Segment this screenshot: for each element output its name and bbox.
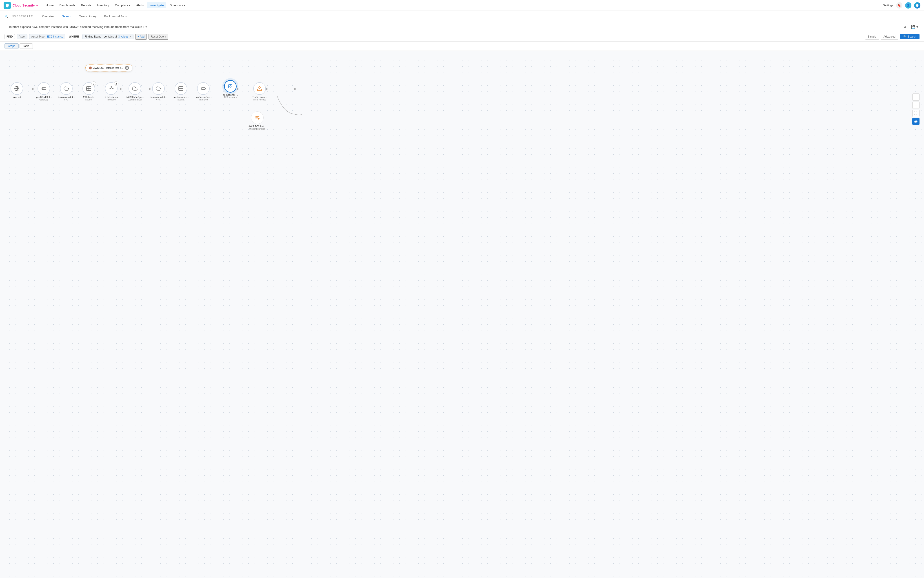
node-internet-circle[interactable] <box>11 82 23 95</box>
node-igw-label: igw-08bd9fbf... <box>36 96 52 98</box>
undo-button[interactable]: ↺ <box>902 24 908 29</box>
bookmark-button[interactable]: 🔖 <box>896 2 903 8</box>
tooltip-aws-icon: 🟤 <box>89 67 92 70</box>
node-subnets-circle[interactable]: 2 <box>83 82 95 95</box>
filter-bar: FIND Asset Asset Type : EC2 Instance WHE… <box>0 32 924 42</box>
finding-name-filter[interactable]: Finding Name contains all 3 values × <box>83 34 133 39</box>
brand-dropdown-arrow: ▾ <box>36 3 38 7</box>
nav-item-investigate[interactable]: Investigate <box>147 2 167 8</box>
settings-link[interactable]: Settings <box>883 3 893 7</box>
asset-chip[interactable]: Asset <box>17 34 28 39</box>
tab-search[interactable]: Search <box>58 13 75 20</box>
brand-label: Cloud Security <box>13 3 35 7</box>
brand-dropdown[interactable]: Cloud Security ▾ <box>13 3 38 7</box>
asset-type-chip[interactable]: Asset Type : EC2 Instance <box>29 34 65 39</box>
top-navigation: Cloud Security ▾ Home Dashboards Reports… <box>0 0 924 11</box>
nav-item-reports[interactable]: Reports <box>78 2 94 8</box>
node-finding[interactable]: AWS EC2 inst... Misconfiguration <box>247 112 267 130</box>
node-traffic[interactable]: Traffic from... Initial Access <box>250 82 270 101</box>
search-button[interactable]: 🔍 Search <box>900 34 919 39</box>
node-lb-label: b4299fa3e3gc... <box>126 96 144 98</box>
node-ec2[interactable]: pc-national-... EC2 Instance <box>220 80 240 99</box>
node-vpc2-circle[interactable] <box>152 82 165 95</box>
node-eni[interactable]: eni-0eede0ee... Interface <box>193 82 214 101</box>
node-vpc2-sublabel: VPC <box>156 98 161 101</box>
node-public-sub-circle[interactable] <box>175 82 187 95</box>
node-ec2-sublabel: EC2 Instance <box>224 96 237 99</box>
node-interfaces-circle[interactable]: 2 <box>105 82 118 95</box>
prisma-icon-button[interactable] <box>914 2 921 8</box>
svg-point-21 <box>111 86 112 88</box>
nav-item-governance[interactable]: Governance <box>167 2 188 8</box>
node-internet[interactable]: Internet <box>7 82 27 98</box>
graph-tooltip[interactable]: 🟤 AWS EC2 instance that is... 11 <box>85 64 132 71</box>
tab-overview[interactable]: Overview <box>39 13 58 20</box>
node-vpc2[interactable]: demo-foundat... VPC <box>148 82 169 101</box>
nav-items: Home Dashboards Reports Inventory Compli… <box>43 2 883 8</box>
node-finding-circle[interactable] <box>251 112 264 124</box>
node-vpc1-circle[interactable] <box>60 82 73 95</box>
contains-all-label <box>102 35 103 38</box>
svg-point-31 <box>230 86 231 87</box>
node-traffic-circle[interactable] <box>253 82 266 95</box>
bookmark-icon: 🔖 <box>898 3 901 7</box>
asset-type-colon: : <box>45 35 46 38</box>
svg-point-20 <box>109 88 110 89</box>
graph-view-button[interactable]: Graph <box>5 43 19 49</box>
node-igw-circle[interactable] <box>37 82 50 95</box>
zoom-controls: + − ⛶ ◉ <box>912 94 919 125</box>
node-vpc1[interactable]: demo-foundat... VPC <box>56 82 76 101</box>
tab-background-jobs[interactable]: Background Jobs <box>101 13 130 20</box>
investigate-search-icon: 🔍 <box>5 15 8 18</box>
save-button[interactable]: 💾 ▾ <box>909 24 919 29</box>
node-ec2-circle[interactable] <box>224 80 237 93</box>
advanced-mode-button[interactable]: Advanced <box>881 34 898 39</box>
node-subnets[interactable]: 2 2 Subnets Subnet <box>79 82 99 101</box>
node-vpc2-label: demo-foundat... <box>150 96 167 98</box>
zoom-out-button[interactable]: − <box>912 102 919 109</box>
asset-type-label: Asset Type <box>31 35 44 38</box>
node-interfaces-sublabel: Interface <box>107 98 116 101</box>
clear-filter-button[interactable]: × <box>130 35 131 39</box>
node-lb[interactable]: b4299fa3e3gc... Load Balancer <box>125 82 145 101</box>
zoom-in-button[interactable]: + <box>912 94 919 101</box>
nav-item-home[interactable]: Home <box>43 2 57 8</box>
asset-type-value: EC2 Instance <box>47 35 63 38</box>
node-public-sub-sublabel: Subnet <box>177 98 185 101</box>
center-button[interactable]: ◉ <box>912 118 919 125</box>
fit-screen-button[interactable]: ⛶ <box>912 110 919 117</box>
node-interfaces[interactable]: 2 2 Interfaces Interface <box>101 82 122 101</box>
node-lb-circle[interactable] <box>128 82 141 95</box>
sub-navigation: 🔍 INVESTIGATE Overview Search Query Libr… <box>0 11 924 22</box>
nav-item-compliance[interactable]: Compliance <box>112 2 133 8</box>
node-eni-sublabel: Interface <box>199 98 208 101</box>
query-actions: ↺ 💾 ▾ <box>902 24 919 29</box>
nav-item-alerts[interactable]: Alerts <box>133 2 146 8</box>
node-vpc1-label: demo-foundat... <box>58 96 75 98</box>
search-icon: 🔍 <box>903 35 907 38</box>
find-label: FIND <box>5 34 15 39</box>
tooltip-text: AWS EC2 instance that is... <box>93 67 123 69</box>
reset-query-button[interactable]: Reset Query <box>149 34 168 39</box>
node-traffic-label: Traffic from... <box>252 96 267 98</box>
tooltip-count: 11 <box>125 66 129 70</box>
tab-query-library[interactable]: Query Library <box>75 13 100 20</box>
user-avatar[interactable]: 👤 <box>905 2 911 8</box>
node-igw[interactable]: igw-08bd9fbf... Gateway <box>34 82 54 101</box>
table-view-button[interactable]: Table <box>19 43 33 49</box>
add-filter-button[interactable]: + Add <box>135 34 147 39</box>
node-eni-circle[interactable] <box>197 82 210 95</box>
app-logo[interactable] <box>3 2 11 9</box>
node-interfaces-badge: 2 <box>114 81 118 86</box>
node-public-sub[interactable]: public-subne... Subnet <box>171 82 191 101</box>
node-eni-label: eni-0eede0ee... <box>195 96 212 98</box>
reset-label: Reset Query <box>151 35 166 38</box>
nav-item-dashboards[interactable]: Dashboards <box>57 2 78 8</box>
node-subnets-badge: 2 <box>91 81 96 86</box>
node-public-sub-label: public-subne... <box>173 96 189 98</box>
nav-item-inventory[interactable]: Inventory <box>94 2 112 8</box>
simple-mode-button[interactable]: Simple <box>865 34 879 39</box>
filter-values: 3 values <box>118 35 128 38</box>
node-subnets-label: 2 Subnets <box>83 96 94 98</box>
node-interfaces-label: 2 Interfaces <box>105 96 118 98</box>
